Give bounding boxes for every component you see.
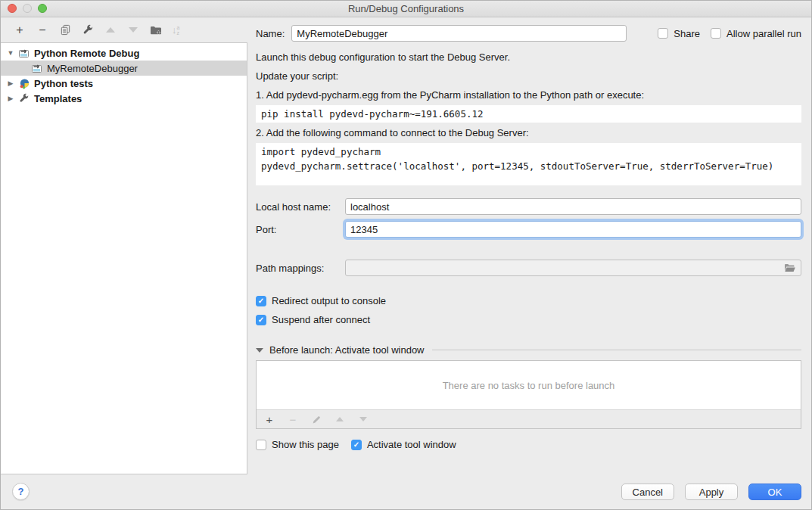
minimize-window-button xyxy=(23,4,32,13)
bottom-options-row: Show this page Activate tool window xyxy=(256,439,801,450)
path-mappings-field[interactable] xyxy=(345,260,801,276)
activate-tool-window-label: Activate tool window xyxy=(367,439,456,450)
pencil-icon xyxy=(312,415,322,424)
description-block: Launch this debug configuration to start… xyxy=(256,48,801,185)
remove-task-button: − xyxy=(286,412,300,426)
remove-configuration-button[interactable]: − xyxy=(36,23,49,37)
path-mappings-row: Path mappings: xyxy=(256,260,801,276)
share-label: Share xyxy=(674,28,700,39)
triangle-down-icon xyxy=(129,27,138,33)
help-button[interactable]: ? xyxy=(12,483,30,500)
allow-parallel-run-label: Allow parallel run xyxy=(726,28,801,39)
suspend-after-connect-checkbox[interactable] xyxy=(256,315,266,325)
description-step-1: 1. Add pydevd-pycharm.egg from the PyCha… xyxy=(256,86,801,104)
description-step-2: 2. Add the following command to connect … xyxy=(256,123,801,142)
share-checkbox[interactable] xyxy=(658,28,668,39)
sort-az-icon: az xyxy=(177,25,180,36)
folder-plus-icon xyxy=(150,24,162,36)
settrace-code-line-2: pydevd_pycharm.settrace('localhost', por… xyxy=(261,159,796,173)
activate-tool-window-checkbox-item[interactable]: Activate tool window xyxy=(351,439,456,450)
ok-button[interactable]: OK xyxy=(748,484,801,500)
close-window-button[interactable] xyxy=(8,4,17,13)
triangle-down-icon xyxy=(359,417,367,421)
description-line: Launch this debug configuration to start… xyxy=(256,48,801,67)
settrace-code-line-1: import pydevd_pycharm xyxy=(261,145,796,159)
help-question-icon: ? xyxy=(18,486,24,497)
tasks-toolbar: + − xyxy=(257,409,801,428)
path-mappings-label: Path mappings: xyxy=(256,263,345,274)
redirect-output-checkbox[interactable] xyxy=(256,296,266,306)
name-input[interactable] xyxy=(291,25,627,42)
edit-templates-button[interactable] xyxy=(81,23,95,37)
wrench-icon xyxy=(18,92,30,104)
local-host-input[interactable] xyxy=(345,198,801,215)
tree-item-label: Templates xyxy=(34,93,82,104)
redirect-output-checkbox-item[interactable]: Redirect output to console xyxy=(256,295,801,306)
move-task-up-button xyxy=(333,412,347,426)
tree-item-label: Python tests xyxy=(34,78,93,89)
expander-right-icon[interactable]: ▶ xyxy=(7,95,14,102)
add-configuration-button[interactable]: + xyxy=(13,23,26,37)
python-tests-icon xyxy=(18,77,30,89)
suspend-after-connect-checkbox-item[interactable]: Suspend after connect xyxy=(256,314,801,325)
redirect-output-label: Redirect output to console xyxy=(272,295,386,306)
before-launch-title: Before launch: Activate tool window xyxy=(269,344,425,356)
add-task-button[interactable]: + xyxy=(263,412,276,426)
local-host-row: Local host name: xyxy=(256,198,801,215)
tree-item-label: MyRemoteDebugger xyxy=(47,63,138,74)
name-label: Name: xyxy=(256,28,285,39)
tree-item-python-remote-debug[interactable]: ▼ Python Remote Debug xyxy=(1,45,247,61)
titlebar: Run/Debug Configurations xyxy=(1,1,811,17)
allow-parallel-run-checkbox[interactable] xyxy=(711,28,721,39)
settrace-code: import pydevd_pycharm pydevd_pycharm.set… xyxy=(256,143,801,185)
collapse-triangle-icon[interactable] xyxy=(256,348,263,353)
port-label: Port: xyxy=(256,224,345,235)
tree-item-myremotedebugger[interactable]: MyRemoteDebugger xyxy=(1,61,247,76)
header-rule xyxy=(432,350,801,350)
window-title: Run/Debug Configurations xyxy=(348,3,464,14)
apply-button[interactable]: Apply xyxy=(685,484,738,500)
remote-debug-icon xyxy=(18,47,30,59)
open-folder-icon[interactable] xyxy=(784,263,796,273)
configurations-toolbar: + − ↓ az xyxy=(1,17,247,42)
sort-configurations-button: ↓ az xyxy=(172,24,179,36)
triangle-up-icon xyxy=(336,417,344,421)
expander-down-icon[interactable]: ▼ xyxy=(7,49,14,57)
expander-right-icon[interactable]: ▶ xyxy=(7,79,14,87)
allow-parallel-run-checkbox-item[interactable]: Allow parallel run xyxy=(711,28,801,39)
move-task-down-button xyxy=(356,412,370,426)
tasks-empty-text: There are no tasks to run before launch xyxy=(443,380,615,391)
traffic-lights xyxy=(8,4,47,13)
wrench-icon xyxy=(82,24,94,36)
show-this-page-checkbox[interactable] xyxy=(256,440,266,450)
tree-item-python-tests[interactable]: ▶ Python tests xyxy=(1,76,247,91)
dialog-footer: ? Cancel Apply OK xyxy=(1,474,811,509)
triangle-up-icon xyxy=(106,27,115,33)
footer-buttons: Cancel Apply OK xyxy=(621,484,801,500)
copy-icon xyxy=(60,24,71,36)
remote-debug-icon xyxy=(31,62,43,74)
tree-item-label: Python Remote Debug xyxy=(34,48,139,59)
port-input[interactable] xyxy=(345,221,801,238)
show-this-page-checkbox-item[interactable]: Show this page xyxy=(256,439,339,450)
before-launch-header[interactable]: Before launch: Activate tool window xyxy=(256,344,801,356)
description-line: Update your script: xyxy=(256,67,801,86)
zoom-window-button[interactable] xyxy=(38,4,47,13)
suspend-after-connect-label: Suspend after connect xyxy=(272,314,370,325)
pip-install-code: pip install pydevd-pycharm~=191.6605.12 xyxy=(256,105,801,123)
activate-tool-window-checkbox[interactable] xyxy=(351,440,362,450)
copy-configuration-button[interactable] xyxy=(58,23,72,37)
show-this-page-label: Show this page xyxy=(272,439,339,450)
before-launch-tasks-panel: There are no tasks to run before launch … xyxy=(256,360,801,429)
run-debug-configurations-dialog: Run/Debug Configurations + − xyxy=(0,0,812,510)
move-down-button xyxy=(126,23,140,37)
share-checkbox-item[interactable]: Share xyxy=(658,28,700,39)
edit-task-button xyxy=(310,412,323,426)
move-up-button xyxy=(104,23,117,37)
port-row: Port: xyxy=(256,221,801,238)
name-row: Name: Share Allow parallel run xyxy=(256,25,801,42)
cancel-button[interactable]: Cancel xyxy=(621,484,674,500)
tree-item-templates[interactable]: ▶ Templates xyxy=(1,91,247,106)
new-folder-button[interactable] xyxy=(149,23,163,37)
configuration-editor: Name: Share Allow parallel run Launch th… xyxy=(256,17,801,474)
